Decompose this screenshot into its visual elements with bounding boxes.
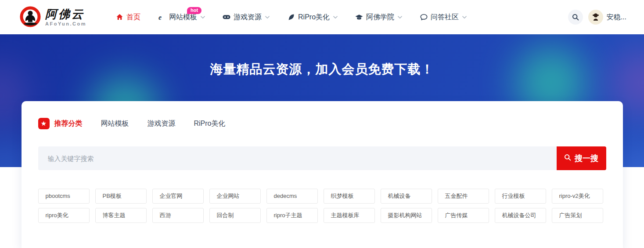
gamepad-icon — [223, 14, 230, 21]
nav-item-label: RiPro美化 — [298, 13, 330, 22]
avatar — [588, 10, 603, 25]
logo-title: 阿佛云 — [45, 8, 86, 20]
browser-icon: e — [158, 14, 166, 21]
svg-text:e: e — [158, 14, 162, 21]
tag-dedecms[interactable]: dedecms — [266, 189, 318, 204]
tab-推荐分类[interactable]: ★推荐分类 — [38, 118, 83, 129]
nav-item-游戏资源[interactable]: 游戏资源 — [223, 13, 270, 22]
site-logo[interactable]: 阿佛云 AFoYun.Com — [19, 6, 86, 28]
tag-row: pbootcmsPB模板企业官网企业网站dedecms织梦模板机械设备五金配件行… — [38, 189, 606, 204]
magnifier-icon — [564, 154, 571, 163]
chevron-down-icon — [201, 16, 205, 19]
main-nav: 首页e网站模板hot游戏资源RiPro美化阿佛学院问答社区 — [115, 13, 467, 22]
chevron-down-icon — [333, 16, 338, 19]
chevron-down-icon — [265, 16, 270, 19]
tab-label: 游戏资源 — [148, 119, 176, 128]
tag-织梦模板[interactable]: 织梦模板 — [324, 189, 375, 204]
tab-label: RiPro美化 — [194, 119, 226, 128]
tag-ripro-v2美化[interactable]: ripro-v2美化 — [552, 189, 603, 204]
nav-item-label: 网站模板 — [169, 13, 197, 22]
tag-摄影机构网站[interactable]: 摄影机构网站 — [381, 208, 432, 223]
tab-网站模板[interactable]: 网站模板 — [101, 119, 129, 128]
nav-item-label: 问答社区 — [431, 13, 459, 22]
logo-subtitle: AFoYun.Com — [45, 22, 86, 26]
tab-label: 推荐分类 — [54, 119, 83, 128]
nav-item-阿佛学院[interactable]: 阿佛学院 — [355, 13, 402, 22]
header-right: 安稳... — [568, 10, 626, 25]
nav-item-RiPro美化[interactable]: RiPro美化 — [287, 13, 338, 22]
search-row: 搜一搜 — [38, 146, 606, 170]
chevron-down-icon — [462, 16, 467, 19]
search-icon[interactable] — [568, 10, 583, 25]
tag-cloud: pbootcmsPB模板企业官网企业网站dedecms织梦模板机械设备五金配件行… — [38, 189, 606, 223]
avatar-figure-icon — [591, 12, 601, 22]
tag-行业模板[interactable]: 行业模板 — [495, 189, 546, 204]
tag-机械设备[interactable]: 机械设备 — [381, 189, 432, 204]
hero-title: 海量精品云资源，加入会员免费下载！ — [0, 34, 644, 78]
tag-主题模板库[interactable]: 主题模板库 — [324, 208, 375, 223]
tag-博客主题[interactable]: 博客主题 — [95, 208, 147, 223]
tag-PB模板[interactable]: PB模板 — [95, 189, 147, 204]
feather-icon — [287, 14, 295, 21]
nav-item-网站模板[interactable]: e网站模板hot — [158, 13, 205, 22]
search-button-label: 搜一搜 — [575, 153, 598, 164]
tag-pbootcms[interactable]: pbootcms — [38, 189, 90, 204]
keyword-search-input[interactable] — [38, 146, 557, 170]
hot-badge: hot — [187, 7, 201, 14]
tag-row: ripro美化博客主题西游回合制ripro子主题主题模板库摄影机构网站广告传媒机… — [38, 208, 606, 223]
graduation-icon — [355, 14, 363, 21]
nav-item-label: 阿佛学院 — [366, 13, 394, 22]
tag-ripro子主题[interactable]: ripro子主题 — [266, 208, 318, 223]
comment-icon — [420, 14, 428, 21]
nav-item-label: 游戏资源 — [234, 13, 262, 22]
buddha-logo-icon — [19, 6, 41, 28]
tab-RiPro美化[interactable]: RiPro美化 — [194, 119, 226, 128]
category-tabs: ★推荐分类网站模板游戏资源RiPro美化 — [38, 118, 606, 129]
user-menu[interactable]: 安稳... — [588, 10, 626, 25]
nav-item-label: 首页 — [126, 13, 140, 22]
top-header: 阿佛云 AFoYun.Com 首页e网站模板hot游戏资源RiPro美化阿佛学院… — [0, 0, 644, 34]
home-icon — [115, 14, 123, 21]
tab-游戏资源[interactable]: 游戏资源 — [148, 119, 176, 128]
tag-企业网站[interactable]: 企业网站 — [209, 189, 261, 204]
user-name: 安稳... — [607, 13, 626, 22]
search-panel: ★推荐分类网站模板游戏资源RiPro美化 搜一搜 pbootcmsPB模板企业官… — [22, 101, 623, 248]
tag-ripro美化[interactable]: ripro美化 — [38, 208, 90, 223]
tag-广告策划[interactable]: 广告策划 — [552, 208, 603, 223]
tag-五金配件[interactable]: 五金配件 — [438, 189, 489, 204]
tag-回合制[interactable]: 回合制 — [209, 208, 261, 223]
nav-item-问答社区[interactable]: 问答社区 — [420, 13, 467, 22]
tab-label: 网站模板 — [101, 119, 129, 128]
nav-item-首页[interactable]: 首页 — [115, 13, 140, 22]
search-button[interactable]: 搜一搜 — [557, 146, 606, 170]
chevron-down-icon — [398, 16, 402, 19]
tag-机械设备公司[interactable]: 机械设备公司 — [495, 208, 546, 223]
tag-广告传媒[interactable]: 广告传媒 — [438, 208, 489, 223]
tag-西游[interactable]: 西游 — [152, 208, 204, 223]
tag-企业官网[interactable]: 企业官网 — [152, 189, 204, 204]
star-icon: ★ — [38, 118, 50, 129]
